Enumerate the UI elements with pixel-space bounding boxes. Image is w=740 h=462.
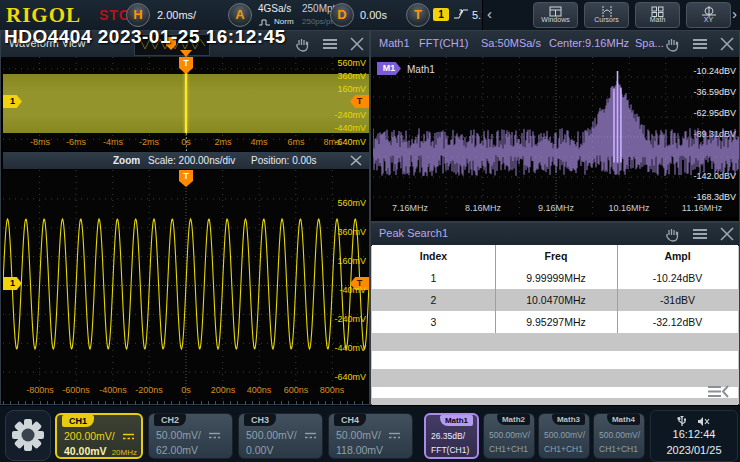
channel-status-bar: CH1 200.00mV/ 40.00mV20MHz CH2 50.00mV/ … [0, 405, 740, 462]
delay-knob-button[interactable]: D [330, 3, 354, 27]
trigger-position-indicator[interactable] [180, 50, 192, 57]
cell-freq: 10.0470MHz [495, 289, 617, 311]
column-header-freq: Freq [495, 245, 617, 267]
fft-func: FFT(CH1) [419, 37, 469, 49]
pan-hand-icon[interactable] [293, 36, 311, 52]
ch1-sine-trace [3, 170, 369, 401]
pan-hand-icon[interactable] [663, 226, 681, 242]
toolbar-button-label: XY [687, 16, 730, 23]
fft-span: Spa... [635, 37, 664, 49]
math-card-math2[interactable]: Math2 500.00mV/ CH1+CH1 [483, 413, 535, 459]
delay-value[interactable]: 0.00s [360, 9, 387, 21]
panel-title: Peak Search1 [379, 227, 448, 239]
channel-tab: CH1 [62, 415, 94, 427]
volt-label: 360mV [337, 227, 366, 237]
cell-ampl: -10.24dBV [617, 267, 738, 289]
freq-label: 10.16MHz [602, 203, 656, 213]
toolbar-button-xy[interactable]: XY [686, 2, 731, 28]
volt-label: -440mV [334, 343, 366, 353]
horizontal-knob-button[interactable]: H [126, 3, 150, 27]
channel-tab: CH4 [334, 414, 366, 426]
ch2-offset: 62.00mV [156, 444, 198, 456]
freq-label: 8.16MHz [456, 203, 510, 213]
ch1-bandwidth: 20MHz [112, 448, 137, 457]
close-icon[interactable] [718, 226, 736, 242]
toolbar-button-label: Windows [534, 16, 577, 23]
main-waveform-plot[interactable]: T 1 T 560mV 360mV 160mV -240mV -440mV -6… [3, 57, 369, 151]
volt-label: 560mV [337, 58, 366, 68]
math-card-math1[interactable]: Math1 26.35dB/ FFT(CH1) [424, 413, 479, 459]
speaker-mute-icon [697, 416, 710, 427]
fft-plot[interactable]: -10.24dBV -36.59dBV -62.95dBV -89.31dBV … [373, 57, 739, 217]
trigger-slope-icon[interactable] [453, 7, 469, 21]
rigol-logo: RIGOL [6, 3, 81, 28]
clock-tile[interactable]: 16:12:44 2023/01/25 [650, 410, 738, 462]
math3-func: CH1+CH1 [544, 444, 583, 454]
fft-sample-rate: Sa:50MSa/s [481, 37, 541, 49]
close-icon[interactable] [348, 36, 366, 52]
table-row[interactable]: 3 9.95297MHz -32.12dBV [372, 311, 738, 333]
channel-card-ch3[interactable]: CH3 500.00mV/ 0.00V [238, 413, 323, 459]
timebase-value[interactable]: 2.00ms/ [157, 9, 196, 21]
trigger-source-badge[interactable]: 1 [433, 8, 449, 21]
math2-scale: 500.00mV/ [489, 430, 530, 440]
ch1-scale: 200.00mV/ [64, 430, 115, 442]
channel-card-ch1[interactable]: CH1 200.00mV/ 40.00mV20MHz [55, 413, 143, 459]
settings-gear-button[interactable] [5, 410, 51, 461]
ch3-scale: 500.00mV/ [246, 429, 297, 441]
toolbar-button-windows[interactable]: Windows [533, 2, 578, 28]
toolbar-button-math[interactable]: Math [635, 2, 680, 28]
acquire-mode: Norm [274, 17, 294, 26]
menu-icon[interactable] [691, 226, 709, 242]
table-row[interactable]: 1 9.99999MHz -10.24dBV [372, 267, 738, 289]
ch1-offset: 40.00mV [64, 445, 107, 457]
volt-label: 360mV [337, 71, 366, 81]
zoom-close-icon[interactable] [349, 154, 363, 167]
zoom-waveform-plot[interactable]: T 1 T 560mV 360mV 160mV -40mV -240mV -44… [3, 170, 369, 401]
time-label: 8ms [310, 137, 354, 147]
freq-label: 7.16MHz [383, 203, 437, 213]
zoom-toolbar: Zoom Scale: 200.00ns/div Position: 0.00s [3, 152, 369, 169]
fft-center: Center:9.16MHz [549, 37, 629, 49]
toolbar-button-strip: ‹ Windows Cursors Math XY › [482, 0, 740, 30]
zoom-scale[interactable]: Scale: 200.00ns/div [148, 155, 235, 166]
pan-hand-icon[interactable] [663, 36, 681, 52]
cell-freq: 9.99999MHz [495, 267, 617, 289]
usb-icon [677, 415, 687, 427]
math-tab: Math4 [607, 414, 640, 425]
cell-freq: 9.95297MHz [495, 311, 617, 333]
freq-label: 9.16MHz [529, 203, 583, 213]
math-card-math4[interactable]: Math4 500.00mV/ CH1+CH1 [593, 413, 645, 459]
menu-icon[interactable] [321, 36, 339, 52]
toolbar-button-cursors[interactable]: Cursors [584, 2, 629, 28]
volt-label: -440mV [334, 123, 366, 133]
nav-next-button[interactable]: › [732, 5, 737, 22]
nav-prev-button[interactable]: ‹ [487, 5, 492, 22]
zoom-position[interactable]: Position: 0.00s [251, 155, 317, 166]
ch3-offset: 0.00V [246, 444, 273, 456]
math-card-math3[interactable]: Math3 500.00mV/ CH1+CH1 [538, 413, 590, 459]
channel-card-ch2[interactable]: CH2 50.00mV/ 62.00mV [148, 413, 233, 459]
oscilloscope-screen: RIGOL STOP H 2.00ms/ A 4GSa/s 250Mpts No… [0, 0, 740, 462]
collapse-table-icon[interactable] [706, 384, 730, 399]
trigger-knob-button[interactable]: T [406, 3, 430, 27]
menu-icon[interactable] [691, 36, 709, 52]
dc-coupling-icon [122, 432, 135, 441]
acquire-knob-button[interactable]: A [228, 3, 252, 27]
dc-coupling-icon [304, 431, 317, 440]
freq-label: 11.16MHz [675, 203, 729, 213]
ch4-offset: 118.00mV [336, 444, 383, 456]
ch2-scale: 50.00mV/ [156, 429, 201, 441]
close-icon[interactable] [718, 36, 736, 52]
column-header-index: Index [372, 245, 495, 267]
volt-label: -40mV [339, 285, 366, 295]
volt-label: -240mV [334, 314, 366, 324]
cell-ampl: -31dBV [617, 289, 738, 311]
channel-card-ch4[interactable]: CH4 50.00mV/ 118.00mV [328, 413, 413, 459]
toolbar-button-label: Math [636, 16, 679, 23]
math-tab: Math3 [552, 414, 585, 425]
fft-spectrum-trace [373, 57, 739, 217]
zoom-label: Zoom [113, 155, 140, 166]
cell-index: 2 [372, 289, 495, 311]
table-row[interactable]: 2 10.0470MHz -31dBV [372, 289, 738, 311]
